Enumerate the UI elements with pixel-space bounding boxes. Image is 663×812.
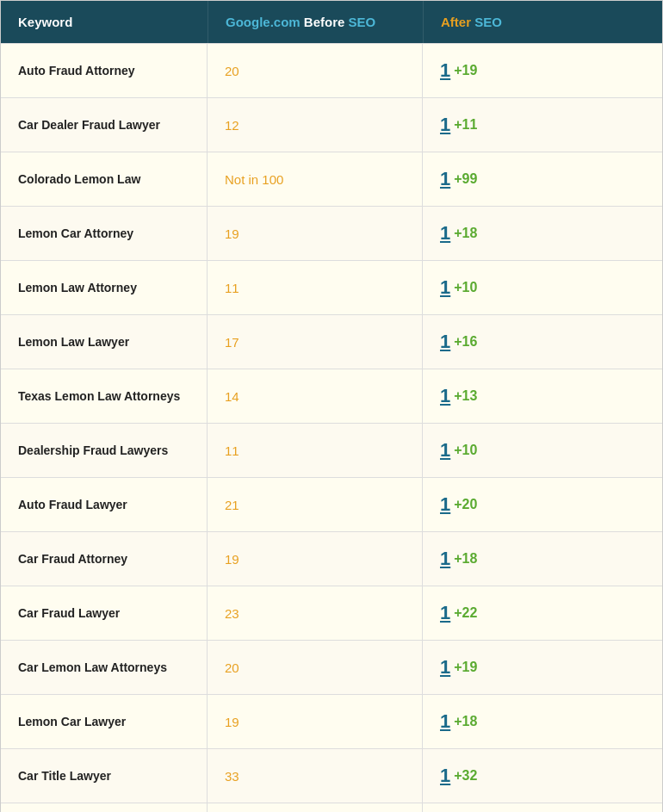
table-row: Car Fraud Lawyer 23 1 +22 — [1, 586, 662, 640]
before-cell: 20 — [208, 44, 423, 97]
after-rank: 1 — [440, 602, 450, 624]
after-cell: 1 +18 — [423, 207, 662, 260]
keyword-cell: Lemon Car Lawyer — [1, 695, 208, 748]
after-rank: 1 — [440, 168, 450, 190]
after-cell: 1 +13 — [423, 369, 662, 423]
keyword-cell: Auto Fraud Attorney — [1, 44, 208, 97]
after-change: +10 — [454, 443, 477, 458]
before-cell: 11 — [208, 261, 423, 314]
header-after-seo: After SEO — [423, 1, 662, 43]
after-rank: 1 — [440, 765, 450, 787]
keyword-cell: Car Fraud Attorney — [1, 532, 208, 586]
after-rank: 1 — [440, 114, 450, 136]
after-rank: 1 — [440, 276, 450, 299]
keyword-cell: Auto Fraud Lawyer — [1, 478, 208, 531]
table-body: Auto Fraud Attorney 20 1 +19 Car Dealer … — [1, 43, 662, 812]
keyword-cell: Dealership Fraud Lawyers — [1, 424, 208, 477]
after-cell: 2 +20 — [423, 803, 662, 812]
before-cell: Not in 100 — [208, 152, 423, 206]
header-keyword: Keyword — [1, 1, 208, 43]
keyword-cell: Car Lemon Law Attorneys — [1, 641, 208, 694]
google-label: Google.com — [226, 15, 301, 29]
table-row: Car Fraud Attorney 19 1 +18 — [1, 531, 662, 586]
table-row: Dealership Fraud Lawyers 11 1 +10 — [1, 423, 662, 477]
before-cell: 19 — [208, 532, 423, 586]
before-cell: 22 — [208, 803, 423, 812]
keyword-label: Keyword — [18, 15, 72, 29]
after-change: +16 — [454, 334, 477, 350]
keyword-cell: Lemon Law Lawyer — [1, 315, 208, 369]
after-cell: 1 +19 — [423, 44, 662, 97]
after-cell: 1 +10 — [423, 424, 662, 477]
after-label: After — [441, 15, 474, 29]
after-rank: 1 — [440, 222, 450, 245]
table-row: Car Dealership Lawyer 22 2 +20 — [1, 803, 662, 812]
keyword-cell: Car Dealership Lawyer — [1, 803, 208, 812]
keyword-cell: Car Dealer Fraud Lawyer — [1, 98, 208, 152]
before-seo-label: SEO — [349, 15, 376, 29]
after-change: +11 — [454, 117, 477, 133]
table-row: Car Title Lawyer 33 1 +32 — [1, 748, 662, 803]
table-row: Lemon Car Attorney 19 1 +18 — [1, 206, 662, 260]
table-row: Car Lemon Law Attorneys 20 1 +19 — [1, 640, 662, 694]
table-row: Auto Fraud Attorney 20 1 +19 — [1, 43, 662, 97]
before-cell: 20 — [208, 641, 423, 694]
after-change: +99 — [454, 171, 477, 187]
after-change: +20 — [454, 497, 477, 512]
after-seo-label: SEO — [474, 15, 502, 29]
after-change: +19 — [454, 63, 477, 78]
before-cell: 17 — [208, 315, 423, 369]
before-cell: 12 — [208, 98, 423, 152]
after-cell: 1 +11 — [423, 98, 662, 152]
after-rank: 1 — [440, 331, 450, 353]
after-rank: 1 — [440, 439, 450, 462]
after-change: +18 — [454, 714, 477, 729]
before-cell: 19 — [208, 695, 423, 748]
table-row: Lemon Law Attorney 11 1 +10 — [1, 260, 662, 314]
keyword-cell: Lemon Law Attorney — [1, 261, 208, 314]
after-rank: 1 — [440, 710, 450, 733]
after-cell: 1 +18 — [423, 532, 662, 586]
before-label: Before — [301, 15, 349, 29]
after-cell: 1 +19 — [423, 641, 662, 694]
after-rank: 1 — [440, 548, 450, 570]
after-rank: 1 — [440, 385, 450, 407]
after-cell: 1 +20 — [423, 478, 662, 531]
keyword-cell: Colorado Lemon Law — [1, 152, 208, 206]
keyword-cell: Car Title Lawyer — [1, 749, 208, 803]
before-cell: 23 — [208, 586, 423, 640]
before-cell: 19 — [208, 207, 423, 260]
after-cell: 1 +16 — [423, 315, 662, 369]
after-change: +18 — [454, 226, 477, 241]
after-change: +32 — [454, 768, 477, 784]
seo-results-table: Keyword Google.com Before SEO After SEO … — [0, 0, 663, 812]
after-change: +19 — [454, 660, 477, 675]
table-row: Car Dealer Fraud Lawyer 12 1 +11 — [1, 97, 662, 152]
after-change: +10 — [454, 280, 477, 295]
table-header: Keyword Google.com Before SEO After SEO — [1, 1, 662, 43]
after-change: +22 — [454, 605, 477, 621]
header-before-seo: Google.com Before SEO — [208, 1, 423, 43]
after-rank: 1 — [440, 493, 450, 516]
after-cell: 1 +18 — [423, 695, 662, 748]
after-rank: 1 — [440, 656, 450, 679]
after-cell: 1 +32 — [423, 749, 662, 803]
before-cell: 21 — [208, 478, 423, 531]
before-cell: 11 — [208, 424, 423, 477]
after-cell: 1 +10 — [423, 261, 662, 314]
after-cell: 1 +99 — [423, 152, 662, 206]
table-row: Colorado Lemon Law Not in 100 1 +99 — [1, 152, 662, 206]
before-cell: 14 — [208, 369, 423, 423]
after-cell: 1 +22 — [423, 586, 662, 640]
table-row: Lemon Law Lawyer 17 1 +16 — [1, 314, 662, 369]
keyword-cell: Lemon Car Attorney — [1, 207, 208, 260]
after-rank: 1 — [440, 59, 450, 82]
after-change: +13 — [454, 388, 477, 404]
table-row: Auto Fraud Lawyer 21 1 +20 — [1, 477, 662, 531]
table-row: Texas Lemon Law Attorneys 14 1 +13 — [1, 369, 662, 423]
table-row: Lemon Car Lawyer 19 1 +18 — [1, 694, 662, 748]
keyword-cell: Texas Lemon Law Attorneys — [1, 369, 208, 423]
before-cell: 33 — [208, 749, 423, 803]
keyword-cell: Car Fraud Lawyer — [1, 586, 208, 640]
after-change: +18 — [454, 551, 477, 567]
